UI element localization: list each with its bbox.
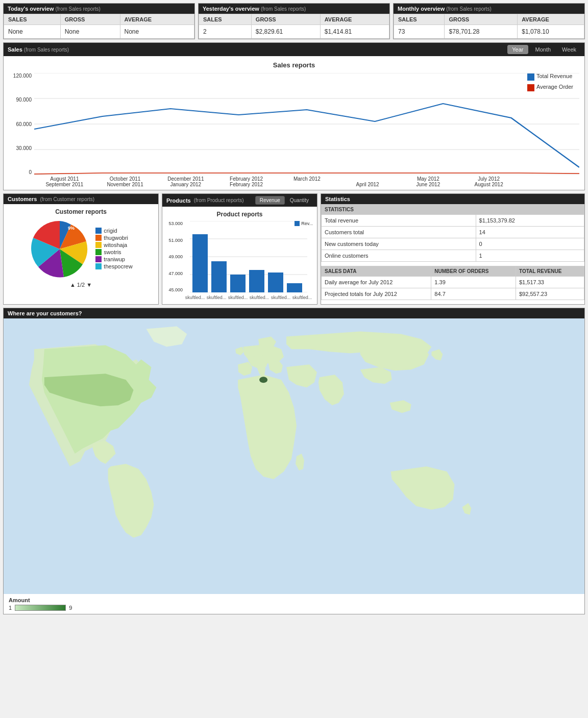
overview-panel-2: Monthly overview (from Sales reports) SA… [393, 3, 585, 39]
pie-navigation[interactable]: ▲ 1/2 ▼ [8, 282, 154, 288]
prev-page-icon[interactable]: ▲ [70, 282, 76, 288]
page-indicator: 1/2 [77, 282, 85, 288]
sales-section: Sales (from Sales reports) Year Month We… [3, 42, 585, 190]
pie-svg: 9% [29, 218, 90, 280]
revenue-toggle-button[interactable]: Revenue [255, 196, 285, 205]
overview-table-0: SALESGROSSAVERAGE NoneNoneNone [4, 14, 194, 39]
products-source: (from Product reports) [194, 197, 244, 203]
traniwup-label: traniwup [104, 256, 125, 262]
sales-data-header: SALES DATA [322, 266, 431, 277]
bar-y-axis: 53.000 51.000 49.000 47.000 45.000 [166, 221, 184, 292]
swotris-color [95, 249, 102, 255]
svg-rect-14 [249, 270, 264, 292]
x-axis-labels: August 2011September 2011 October 2011No… [34, 176, 519, 187]
statistics-table: STATISTICS Total revenue $1,153,379.82 C… [321, 204, 584, 262]
bottom-row: Customers (from Customer reports) Custom… [3, 193, 585, 305]
bar-legend-color [295, 221, 300, 226]
products-chart-title: Product reports [166, 211, 313, 218]
period-week-button[interactable]: Week [558, 45, 580, 54]
line-chart-svg [34, 73, 579, 175]
bar-chart-area: Rev... [184, 221, 313, 300]
sales-data-revenue-daily: $1,517.33 [516, 277, 584, 288]
sales-data-orders-daily: 1.39 [431, 277, 516, 288]
stats-section-header: STATISTICS [322, 205, 584, 215]
quantity-toggle-button[interactable]: Quantity [286, 196, 313, 205]
stats-label-online-customers: Online customers [322, 250, 476, 262]
period-month-button[interactable]: Month [531, 45, 555, 54]
sales-source: (from Sales reports) [24, 47, 69, 53]
legend-thugwobri: thugwobri [95, 235, 132, 241]
sales-data-row-projected: Projected totals for July 2012 84.7 $92,… [322, 288, 584, 300]
svg-point-18 [259, 377, 267, 383]
sales-data-col-revenue: TOTAL REVENUE [516, 266, 584, 277]
period-buttons: Year Month Week [507, 45, 580, 54]
period-year-button[interactable]: Year [507, 45, 528, 54]
customers-header: Customers (from Customer reports) [4, 194, 158, 204]
chart-legend: Total Revenue Average Order [523, 73, 579, 94]
bar-legend-label: Rev... [301, 221, 313, 226]
next-page-icon[interactable]: ▼ [86, 282, 92, 288]
legend-thespocrew: thespocrew [95, 263, 132, 269]
legend-traniwup: traniwup [95, 256, 132, 262]
sales-data-table: SALES DATA NUMBER OF ORDERS TOTAL REVENU… [321, 266, 584, 300]
stats-label-customers-total: Customers total [322, 227, 476, 238]
overview-values-row: 2$2,829.61$1,414.81 [199, 25, 389, 39]
traniwup-color [95, 256, 102, 262]
legend-crigid: crigid [95, 228, 132, 234]
overview-header-0: Today's overview (from Sales reports) [4, 4, 194, 14]
svg-rect-12 [211, 261, 227, 292]
witoshaja-color [95, 242, 102, 248]
sales-data-revenue-projected: $92,557.23 [516, 288, 584, 300]
svg-text:9%: 9% [68, 226, 75, 231]
products-panel: Products (from Product reports) Revenue … [162, 193, 317, 305]
products-header: Products (from Product reports) Revenue … [162, 194, 317, 207]
y-axis: 120.000 90.000 60.000 30.000 0 [9, 73, 34, 175]
statistics-title: Statistics [325, 196, 350, 202]
map-container [4, 318, 584, 594]
stats-value-customers-total: 14 [476, 227, 584, 238]
legend-gradient: 1 9 [9, 605, 579, 611]
bar-chart-svg [184, 221, 313, 292]
sales-title-text: Sales [8, 46, 22, 53]
crigid-label: crigid [104, 228, 117, 234]
map-legend: Amount 1 9 [4, 594, 584, 614]
statistics-header: Statistics [321, 194, 584, 204]
stats-value-new-customers: 0 [476, 238, 584, 250]
overview-values-row: 73$78,701.28$1,078.10 [394, 25, 584, 39]
pie-area: 9% crigid thugwobri witoshaja [8, 218, 154, 280]
stats-value-total-revenue: $1,153,379.82 [476, 215, 584, 227]
stats-row-total-revenue: Total revenue $1,153,379.82 [322, 215, 584, 227]
thugwobri-color [95, 235, 102, 241]
map-section: Where are your customers? [3, 308, 585, 614]
stats-row-new-customers: New customers today 0 [322, 238, 584, 250]
statistics-content: STATISTICS Total revenue $1,153,379.82 C… [321, 204, 584, 300]
witoshaja-label: witoshaja [104, 242, 127, 248]
overview-row: Today's overview (from Sales reports) SA… [0, 0, 588, 39]
bar-legend: Rev... [295, 221, 313, 226]
sales-header: Sales (from Sales reports) Year Month We… [4, 43, 584, 56]
thespocrew-label: thespocrew [104, 263, 132, 269]
thespocrew-color [95, 263, 102, 269]
crigid-color [95, 228, 102, 234]
svg-rect-13 [230, 275, 246, 292]
thugwobri-label: thugwobri [104, 235, 128, 241]
sales-data-row-daily: Daily average for July 2012 1.39 $1,517.… [322, 277, 584, 288]
legend-total-revenue: Total Revenue [527, 73, 579, 81]
pie-legend: crigid thugwobri witoshaja swotris [95, 228, 132, 270]
customers-source: (from Customer reports) [40, 196, 94, 202]
legend-total-revenue-label: Total Revenue [536, 73, 572, 79]
sales-data-orders-projected: 84.7 [431, 288, 516, 300]
products-title: Products [166, 197, 191, 204]
overview-values-row: NoneNoneNone [4, 25, 194, 39]
customers-title: Customers [8, 196, 37, 202]
stats-row-online-customers: Online customers 1 [322, 250, 584, 262]
svg-rect-15 [268, 273, 283, 292]
map-legend-label: Amount [9, 597, 579, 603]
customers-content: Customer reports [4, 204, 158, 292]
svg-rect-11 [192, 234, 208, 292]
stats-row-customers-total: Customers total 14 [322, 227, 584, 238]
world-map-svg [4, 318, 584, 594]
statistics-panel: Statistics STATISTICS Total revenue $1,1… [321, 193, 585, 305]
sales-title: Sales (from Sales reports) [8, 46, 69, 53]
legend-max: 9 [69, 605, 72, 611]
